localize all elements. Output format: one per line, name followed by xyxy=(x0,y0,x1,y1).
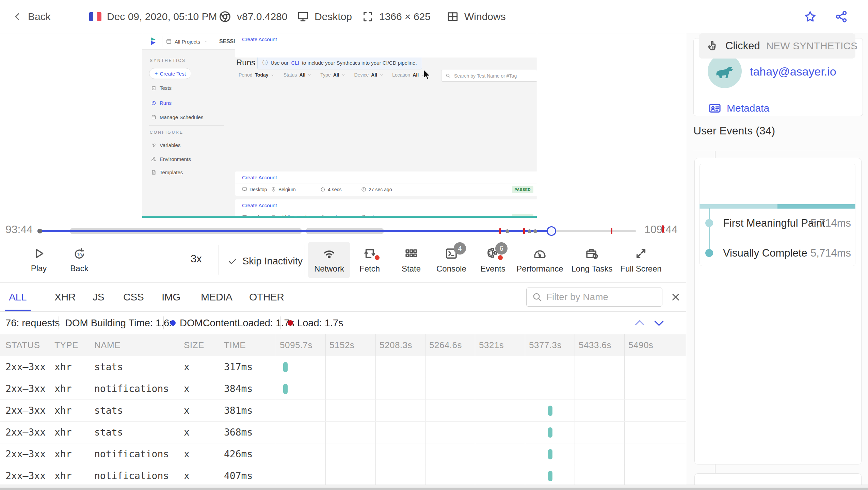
filter-type: TypeAll xyxy=(320,72,345,78)
visually-complete-value: 5,714ms xyxy=(810,247,851,259)
request-row[interactable]: 2xx–3xxxhrstatsx381ms xyxy=(0,400,686,422)
fmp-value: 5,714ms xyxy=(810,217,851,229)
timeline: 93:44 109:44 xyxy=(0,218,686,239)
event-marker-icon xyxy=(533,229,537,233)
tick-label: 5208.3s xyxy=(380,334,412,356)
user-email-link[interactable]: tahay@asayer.io xyxy=(750,65,836,78)
network-filter xyxy=(526,288,662,307)
run-filters: PeriodToday StatusAll TypeAll DeviceAll … xyxy=(239,72,425,78)
panel-network[interactable]: Network xyxy=(308,242,350,278)
close-panel-button[interactable] xyxy=(668,289,684,305)
play-button[interactable]: Play xyxy=(18,242,60,278)
status-badge: PASSED xyxy=(512,186,533,193)
events-count-badge: 6 xyxy=(495,242,508,255)
network-table-header: STATUS TYPE NAME SIZE TIME 5095.7s 5152s… xyxy=(0,334,686,356)
filter-status: StatusAll xyxy=(284,72,312,78)
info-icon: ⓘ xyxy=(262,59,268,66)
chevron-down-icon xyxy=(204,33,208,50)
fetch-dot-icon xyxy=(375,255,380,260)
col-time: TIME xyxy=(224,334,246,356)
jump-prev-button[interactable] xyxy=(632,315,647,331)
dcl-dot-icon xyxy=(170,320,176,326)
playhead[interactable] xyxy=(547,226,556,236)
divider xyxy=(163,316,164,329)
tab-img[interactable]: IMG xyxy=(158,283,184,311)
tab-all[interactable]: ALL xyxy=(5,283,31,311)
jump-next-button[interactable] xyxy=(651,315,667,331)
request-row[interactable]: 2xx–3xxxhrnotificationsx426ms xyxy=(0,443,686,465)
request-row[interactable]: 2xx–3xxxhrnotificationsx384ms xyxy=(0,378,686,400)
tab-media[interactable]: MEDIA xyxy=(197,283,237,311)
request-row[interactable]: 2xx–3xxxhrnotificationsx407ms xyxy=(0,465,686,487)
back-label: Back xyxy=(28,11,51,22)
fullscreen-button[interactable]: Full Screen xyxy=(620,242,662,278)
panel-console[interactable]: 4 Console xyxy=(430,242,472,278)
panel-performance[interactable]: Performance xyxy=(519,242,561,278)
panel-fetch[interactable]: Fetch xyxy=(349,242,391,278)
panel-state[interactable]: State xyxy=(390,242,432,278)
session-date: Dec 09, 2020, 05:10 PM xyxy=(89,0,217,33)
tab-other[interactable]: OTHER xyxy=(245,283,288,311)
network-wifi-icon xyxy=(322,246,336,261)
app-side-schedules: Manage Schedules xyxy=(151,114,203,120)
app-side-templates: Templates xyxy=(151,169,183,175)
project-name: All Projects xyxy=(175,39,200,45)
request-row[interactable]: 2xx–3xxxhrstatsx368ms xyxy=(0,422,686,443)
tab-js[interactable]: JS xyxy=(89,283,108,311)
speed-progress-light xyxy=(700,204,777,209)
divider xyxy=(693,151,863,151)
state-grid-icon xyxy=(404,246,418,261)
network-summary: 76: requests DOM Building Time: 1.6s DOM… xyxy=(0,312,686,334)
request-row[interactable]: 2xx–3xxxhrstatsx317ms xyxy=(0,356,686,378)
divider xyxy=(694,96,863,96)
waterfall-bar xyxy=(548,406,552,416)
search-icon xyxy=(532,292,542,302)
error-marker-icon xyxy=(499,228,501,234)
panel-long-tasks[interactable]: Long Tasks xyxy=(571,242,613,278)
favorite-button[interactable] xyxy=(803,0,817,33)
timeline-track[interactable] xyxy=(37,230,636,232)
skip-inactivity-toggle[interactable]: Skip Inactivity xyxy=(227,256,303,267)
fullscreen-icon xyxy=(634,246,648,261)
filter-device: DeviceAll xyxy=(354,72,384,78)
event-clicked[interactable]: ClickedNEW SYNTHETICS xyxy=(699,33,855,59)
user-events-title: User Events (34) xyxy=(693,125,775,137)
divider xyxy=(162,36,162,47)
star-icon xyxy=(803,10,817,23)
waterfall-bar xyxy=(283,362,288,372)
check-icon xyxy=(227,256,238,266)
event-connector xyxy=(715,464,716,473)
visually-complete-dot-icon xyxy=(705,249,713,257)
animal-icon xyxy=(713,62,736,80)
browser-version: v87.0.4280 xyxy=(237,11,287,22)
tab-xhr[interactable]: XHR xyxy=(50,283,80,311)
speed-toggle[interactable]: 3x xyxy=(191,253,202,265)
session-sidebar: tahay@asayer.io Metadata User Events (34… xyxy=(686,33,868,490)
monitor-icon xyxy=(297,11,309,23)
run-card: Create Account Desktop Middle East (Ba..… xyxy=(235,199,537,218)
app-side-variables: Variables xyxy=(151,142,180,148)
run-name-link: Create Account xyxy=(242,175,277,180)
dom-building-time: DOM Building Time: 1.6s xyxy=(65,312,174,334)
date-label: Dec 09, 2020, 05:10 PM xyxy=(107,11,217,22)
long-tasks-icon xyxy=(585,246,599,261)
chevron-left-icon xyxy=(12,12,22,22)
os-info: Windows xyxy=(447,0,506,33)
speed-progress-bar xyxy=(700,204,855,209)
metadata-button[interactable]: Metadata xyxy=(708,102,769,115)
dom-content-loaded: DOMContentLoaded: 1.7s xyxy=(170,312,294,334)
tick-label: 5264.6s xyxy=(429,334,462,356)
app-side-tests: Tests xyxy=(151,85,172,91)
tab-css[interactable]: CSS xyxy=(119,283,148,311)
share-button[interactable] xyxy=(835,0,848,33)
back-10-button[interactable]: 10 Back xyxy=(58,242,100,278)
click-hand-icon xyxy=(706,39,719,52)
filter-period: PeriodToday xyxy=(239,72,275,78)
events-dot-icon xyxy=(498,255,503,260)
back-button[interactable]: Back xyxy=(12,0,51,33)
bottom-strip xyxy=(0,485,868,488)
event-marker-icon xyxy=(505,229,509,233)
filter-by-name-input[interactable] xyxy=(546,292,648,303)
panel-events[interactable]: 6 Events xyxy=(472,242,514,278)
app-side-environments: Environments xyxy=(151,156,191,162)
